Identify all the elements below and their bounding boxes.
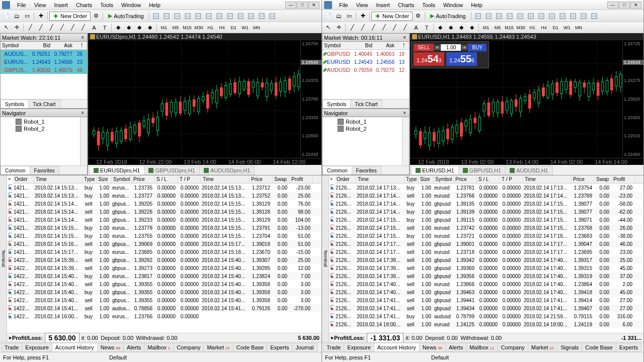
terminal-row[interactable]: 1421...2018.02.14 15:17...buy1.00eurus..… — [7, 248, 321, 256]
new-order-button[interactable]: ✦New Order — [371, 12, 413, 21]
market-watch-row[interactable]: EURUSD1.245431.2455613 — [323, 58, 409, 66]
term-col-7[interactable]: T / P — [500, 175, 523, 183]
terminal-row[interactable]: 1421...2018.02.14 15:14...sell1.00gbpus.… — [7, 200, 321, 208]
autotrading-button[interactable]: ▶AutoTrading — [105, 12, 147, 21]
scrollbar[interactable] — [402, 117, 409, 165]
terminal-row[interactable]: 2126...2018.02.14 17:41...sell1.00gbpusd… — [329, 304, 643, 312]
terminal-tab-account-history[interactable]: Account History — [374, 343, 420, 352]
col-spread[interactable]: ! — [396, 43, 406, 48]
volume-input[interactable]: 1.00 — [441, 44, 461, 51]
terminal-row[interactable]: 1422...2018.02.14 16:00...buy1.00eurus..… — [7, 312, 321, 320]
terminal-tab-exposure[interactable]: Exposure — [344, 343, 374, 352]
mw-tab-symbols[interactable]: Symbols — [1, 100, 29, 108]
terminal-tab-alerts[interactable]: Alerts — [123, 343, 144, 352]
terminal-row[interactable]: 1422...2018.02.14 15:39...sell1.00gbpus.… — [7, 264, 321, 272]
chart-tab[interactable]: GBPUSD,H1 — [458, 166, 506, 175]
term-col-11[interactable]: Profit — [290, 175, 313, 183]
term-col-7[interactable]: T / P — [178, 175, 201, 183]
col-ask[interactable]: Ask — [52, 43, 74, 48]
terminal-row[interactable]: 2126...2018.02.14 18:00...sell1.00eurusd… — [329, 320, 643, 328]
shape-tool-3[interactable]: ◆ — [145, 23, 155, 32]
draw-tool-2[interactable]: ╱ — [46, 23, 56, 32]
label-tool-icon[interactable]: T — [100, 23, 110, 32]
timeframe-M5[interactable]: M5 — [492, 24, 503, 32]
draw-tool-3[interactable]: ╱ — [379, 23, 389, 32]
close-icon[interactable]: × — [79, 110, 86, 116]
draw-tool-0[interactable]: ╱ — [347, 23, 357, 32]
toolbar-icon-5[interactable] — [204, 12, 214, 21]
terminal-tab-market[interactable]: Market 22 — [528, 343, 557, 352]
terminal-row[interactable]: 1421...2018.02.14 15:14...sell1.00gbpus.… — [7, 216, 321, 224]
timeframe-H4[interactable]: H4 — [538, 24, 549, 32]
timeframe-W1[interactable]: W1 — [561, 24, 573, 32]
tool-gear-icon[interactable]: ⚙ — [413, 12, 423, 21]
toolbar-icon-10[interactable] — [579, 12, 589, 21]
term-col-8[interactable]: Time — [523, 175, 572, 183]
timeframe-H1[interactable]: H1 — [527, 24, 538, 32]
tool-folders-icon[interactable]: 🗂 — [12, 12, 22, 21]
terminal-tab-signals[interactable]: Signals — [557, 343, 582, 352]
terminal-row[interactable]: 2126...2018.02.14 17:14...buy1.00gbpusd1… — [329, 208, 643, 216]
chart-canvas[interactable]: SELL▾1.00▾BUY1.245431.245561.247251.2454… — [410, 40, 643, 158]
terminal-tab-code-base[interactable]: Code Base — [233, 343, 267, 352]
menu-insert[interactable]: Insert — [50, 0, 72, 10]
term-col-9[interactable]: Price — [572, 175, 595, 183]
toolbar-icon-1[interactable] — [162, 12, 172, 21]
draw-tool-5[interactable]: ╱ — [400, 23, 410, 32]
window-close[interactable]: ✕ — [308, 2, 319, 9]
terminal-row[interactable]: 2126...2018.02.14 17:17...sell1.00eurusd… — [329, 248, 643, 256]
terminal-tab-exposure[interactable]: Exposure — [22, 343, 52, 352]
shape-tool-2[interactable]: ◆ — [134, 23, 144, 32]
navigator-item[interactable]: Robot_1 — [2, 118, 79, 125]
shape-tool-1[interactable]: ◆ — [446, 23, 456, 32]
terminal-row[interactable]: 2126...2018.02.14 17:39...sell1.00gbpusd… — [329, 264, 643, 272]
menu-tools[interactable]: Tools — [418, 0, 439, 10]
terminal-tab-experts[interactable]: Experts — [616, 343, 641, 352]
terminal-row[interactable]: 2126...2018.02.14 17:15...buy1.00eurusd1… — [329, 232, 643, 240]
nav-tab-common[interactable]: Common — [1, 166, 30, 174]
term-col-11[interactable]: Profit — [612, 175, 635, 183]
toolbar-icon-3[interactable] — [183, 12, 193, 21]
terminal-row[interactable]: 2126...2018.02.14 17:41...buy1.00audusd0… — [329, 312, 643, 320]
chart-tab[interactable]: EURUSDpro,H1 — [89, 166, 144, 175]
menu-insert[interactable]: Insert — [372, 0, 394, 10]
menu-help[interactable]: Help — [467, 0, 487, 10]
timeframe-MN[interactable]: MN — [251, 24, 262, 32]
term-col-6[interactable]: S / L — [477, 175, 500, 183]
term-col-8[interactable]: Time — [201, 175, 250, 183]
nav-tab-favorites[interactable]: Favorites — [352, 166, 381, 174]
toolbar-icon-11[interactable] — [267, 12, 277, 21]
timeframe-D1[interactable]: D1 — [550, 24, 561, 32]
label-tool-icon[interactable]: T — [422, 23, 432, 32]
menu-window[interactable]: Window — [439, 0, 467, 10]
term-col-0[interactable]: Order — [335, 175, 356, 183]
mw-tab-symbols[interactable]: Symbols — [323, 100, 351, 108]
toolbar-icon-6[interactable] — [214, 12, 224, 21]
terminal-row[interactable]: 2126...2018.02.14 17:15...sell1.00eurusd… — [329, 224, 643, 232]
terminal-tab-company[interactable]: Company — [498, 343, 528, 352]
terminal-tab-company[interactable]: Company — [173, 343, 204, 352]
navigator-item[interactable]: Robot_2 — [324, 125, 401, 132]
toolbar-icon-10[interactable] — [257, 12, 267, 21]
window-minimize[interactable]: — — [285, 2, 296, 9]
tool-new-icon[interactable]: 📄 — [323, 12, 333, 21]
tool-profile-icon[interactable]: ▭ — [344, 12, 354, 21]
shape-tool-1[interactable]: ◆ — [124, 23, 134, 32]
terminal-row[interactable]: 1422...2018.02.14 15:40...buy1.00eurus..… — [7, 272, 321, 280]
terminal-tab-experts[interactable]: Experts — [267, 343, 292, 352]
term-col-6[interactable]: S / L — [155, 175, 178, 183]
window-maximize[interactable]: □ — [297, 2, 308, 9]
terminal-row[interactable]: 2126...2018.02.14 17:39...sell1.00gbpusd… — [329, 272, 643, 280]
window-close[interactable]: ✕ — [630, 2, 641, 9]
chart-canvas[interactable]: 1.247001.245401.243351.237801.233351.228… — [88, 40, 321, 158]
terminal-tab-news[interactable]: News 99 — [419, 343, 446, 352]
col-bid[interactable]: Bid — [30, 43, 52, 48]
close-icon[interactable]: × — [401, 110, 408, 116]
timeframe-H4[interactable]: H4 — [216, 24, 227, 32]
menu-charts[interactable]: Charts — [72, 0, 96, 10]
terminal-row[interactable]: 2126...2018.02.14 17:14...sell1.00eurusd… — [329, 192, 643, 200]
cursor-icon[interactable]: ↖ — [323, 23, 333, 32]
draw-tool-5[interactable]: ╱ — [78, 23, 88, 32]
timeframe-MN[interactable]: MN — [573, 24, 584, 32]
term-col-3[interactable]: Size — [97, 175, 112, 183]
